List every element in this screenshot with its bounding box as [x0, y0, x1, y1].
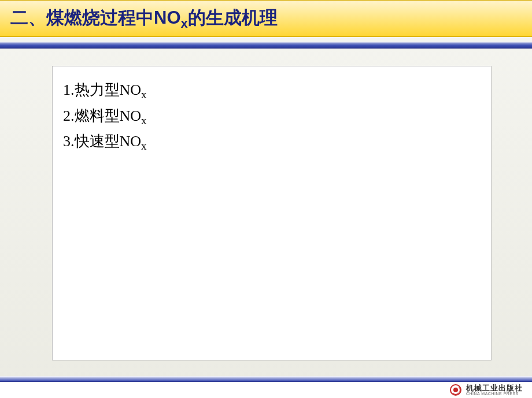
title-prefix: 二、煤燃烧过程中NO	[10, 8, 181, 28]
item-num: 2.	[63, 107, 75, 124]
publisher-logo-icon	[450, 384, 461, 396]
content-box: 1.热力型NOx 2.燃料型NOx 3.快速型NOx	[52, 66, 492, 360]
title-suffix: 的生成机理	[188, 8, 278, 28]
publisher-name-en: CHINA MACHINE PRESS	[466, 392, 523, 396]
footer-divider	[0, 376, 532, 382]
item-label: 快速型NO	[75, 133, 142, 150]
header-bar: 二、煤燃烧过程中NOx的生成机理	[0, 0, 532, 37]
item-label: 热力型NO	[75, 81, 142, 98]
publisher-text: 机械工业出版社 CHINA MACHINE PRESS	[466, 384, 523, 396]
item-num: 1.	[63, 81, 75, 98]
item-num: 3.	[63, 133, 75, 150]
list-item: 1.热力型NOx	[63, 78, 481, 104]
item-label: 燃料型NO	[75, 107, 142, 124]
list-item: 2.燃料型NOx	[63, 104, 481, 130]
header-divider	[0, 42, 532, 49]
item-sub: x	[141, 140, 147, 152]
title-sub: x	[181, 16, 188, 31]
page-title: 二、煤燃烧过程中NOx的生成机理	[10, 6, 278, 31]
list-item: 3.快速型NOx	[63, 129, 481, 155]
item-sub: x	[141, 114, 147, 127]
footer-content: 机械工业出版社 CHINA MACHINE PRESS	[0, 382, 532, 398]
publisher-name-cn: 机械工业出版社	[466, 384, 523, 392]
item-sub: x	[141, 88, 147, 101]
footer: 机械工业出版社 CHINA MACHINE PRESS	[0, 376, 532, 398]
